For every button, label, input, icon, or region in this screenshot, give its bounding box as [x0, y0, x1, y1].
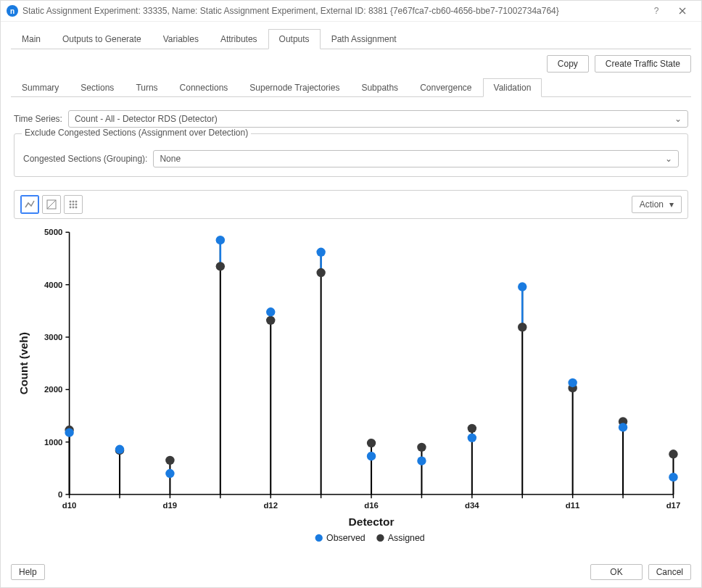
- help-footer-button[interactable]: Help: [11, 564, 45, 580]
- chart-view-line-button[interactable]: [20, 195, 39, 214]
- svg-point-66: [216, 262, 225, 270]
- chart-view-grid-button[interactable]: [64, 195, 83, 214]
- svg-point-8: [73, 207, 74, 208]
- cancel-button[interactable]: Cancel: [648, 564, 691, 580]
- tab-attributes[interactable]: Attributes: [210, 29, 268, 49]
- svg-point-88: [669, 473, 677, 481]
- svg-text:1000: 1000: [44, 438, 62, 447]
- svg-point-72: [518, 323, 526, 331]
- grid-icon: [67, 199, 79, 210]
- subtab-convergence[interactable]: Convergence: [409, 78, 482, 97]
- svg-text:d12: d12: [263, 501, 278, 510]
- chevron-down-icon: ⌄: [665, 154, 672, 164]
- svg-point-69: [367, 439, 376, 447]
- svg-point-84: [468, 434, 476, 442]
- svg-point-7: [70, 207, 71, 208]
- tab-main[interactable]: Main: [11, 29, 51, 49]
- congested-sections-label: Congested Sections (Grouping):: [23, 154, 147, 164]
- tab-outputs[interactable]: Outputs: [268, 29, 321, 49]
- svg-point-67: [266, 316, 275, 325]
- svg-point-76: [65, 428, 73, 436]
- svg-text:Assigned: Assigned: [388, 533, 425, 543]
- svg-point-77: [115, 445, 124, 454]
- svg-point-93: [376, 534, 384, 542]
- svg-text:d10: d10: [62, 501, 77, 510]
- svg-point-68: [316, 268, 325, 277]
- chevron-down-icon: ⌄: [674, 114, 682, 124]
- svg-text:0: 0: [58, 490, 62, 499]
- svg-text:d11: d11: [566, 501, 580, 510]
- svg-point-75: [669, 450, 677, 458]
- svg-point-6: [75, 204, 77, 205]
- subtab-turns[interactable]: Turns: [125, 78, 168, 97]
- svg-point-4: [70, 204, 71, 205]
- svg-point-71: [468, 424, 476, 433]
- line-chart-icon: [24, 199, 36, 210]
- ok-button[interactable]: OK: [590, 564, 642, 580]
- svg-point-9: [75, 207, 77, 208]
- time-series-value: Count - All - Detector RDS (Detector): [75, 114, 218, 124]
- subtab-connections[interactable]: Connections: [169, 78, 239, 97]
- tab-outputs-to-generate[interactable]: Outputs to Generate: [51, 29, 152, 49]
- svg-text:4000: 4000: [44, 281, 62, 289]
- time-series-select[interactable]: Count - All - Detector RDS (Detector) ⌄: [68, 110, 688, 128]
- chart-toolbar: Action ▾: [14, 190, 688, 219]
- svg-point-1: [70, 201, 71, 202]
- svg-point-70: [417, 443, 426, 452]
- subtab-subpaths[interactable]: Subpaths: [350, 78, 409, 97]
- sub-tabs: SummarySectionsTurnsConnectionsSupernode…: [11, 78, 691, 97]
- svg-text:d17: d17: [666, 501, 681, 510]
- svg-point-82: [367, 452, 376, 460]
- svg-point-85: [518, 282, 526, 291]
- scatter-chart-icon: [46, 199, 57, 210]
- dialog-footer: Help OK Cancel: [1, 557, 701, 587]
- tab-path-assignment[interactable]: Path Assignment: [321, 29, 408, 49]
- close-icon: [679, 7, 686, 15]
- titlebar: n Static Assignment Experiment: 33335, N…: [1, 1, 701, 22]
- window-title: Static Assignment Experiment: 33335, Nam…: [22, 6, 643, 16]
- svg-point-2: [73, 201, 74, 202]
- svg-text:3000: 3000: [44, 333, 62, 341]
- svg-point-87: [619, 423, 627, 431]
- svg-text:d34: d34: [465, 501, 479, 510]
- exclude-congested-groupbox: Exclude Congested Sections (Assignment o…: [14, 133, 688, 177]
- groupbox-legend: Exclude Congested Sections (Assignment o…: [22, 128, 251, 138]
- congested-sections-value: None: [160, 154, 181, 164]
- svg-point-79: [216, 236, 225, 244]
- svg-point-80: [266, 307, 275, 316]
- svg-point-83: [417, 457, 426, 465]
- chart-view-scatter-button[interactable]: [42, 195, 61, 214]
- svg-text:2000: 2000: [44, 385, 62, 394]
- svg-text:Detector: Detector: [349, 515, 395, 528]
- app-icon: n: [7, 5, 18, 17]
- subtab-summary[interactable]: Summary: [11, 78, 70, 97]
- subtab-validation[interactable]: Validation: [483, 78, 542, 97]
- subtab-supernode-trajectories[interactable]: Supernode Trajectories: [239, 78, 350, 97]
- svg-text:5000: 5000: [44, 228, 62, 236]
- svg-text:Count (veh): Count (veh): [17, 332, 30, 394]
- close-button[interactable]: [669, 1, 695, 21]
- svg-text:d19: d19: [163, 501, 178, 510]
- action-label: Action: [640, 199, 664, 210]
- main-tabs: MainOutputs to GenerateVariablesAttribut…: [11, 29, 691, 49]
- congested-sections-select[interactable]: None ⌄: [153, 150, 679, 167]
- chart-area: 010002000300040005000d10d19d12d16d34d11d…: [11, 222, 691, 550]
- create-traffic-state-button[interactable]: Create Traffic State: [595, 55, 691, 73]
- svg-point-78: [165, 469, 174, 478]
- copy-button[interactable]: Copy: [547, 55, 589, 73]
- tab-variables[interactable]: Variables: [152, 29, 210, 49]
- svg-point-65: [165, 456, 174, 465]
- svg-point-5: [73, 204, 74, 205]
- svg-point-3: [75, 201, 77, 202]
- time-series-label: Time Series:: [14, 114, 62, 124]
- svg-point-81: [316, 248, 325, 257]
- subtab-sections[interactable]: Sections: [70, 78, 125, 97]
- caret-down-icon: ▾: [669, 199, 674, 210]
- validation-chart: 010002000300040005000d10d19d12d16d34d11d…: [11, 225, 685, 547]
- svg-point-91: [315, 534, 323, 542]
- svg-text:d16: d16: [364, 501, 379, 510]
- action-dropdown[interactable]: Action ▾: [632, 196, 682, 213]
- help-button[interactable]: ?: [643, 1, 669, 21]
- svg-point-86: [568, 378, 577, 387]
- svg-text:Observed: Observed: [326, 533, 366, 543]
